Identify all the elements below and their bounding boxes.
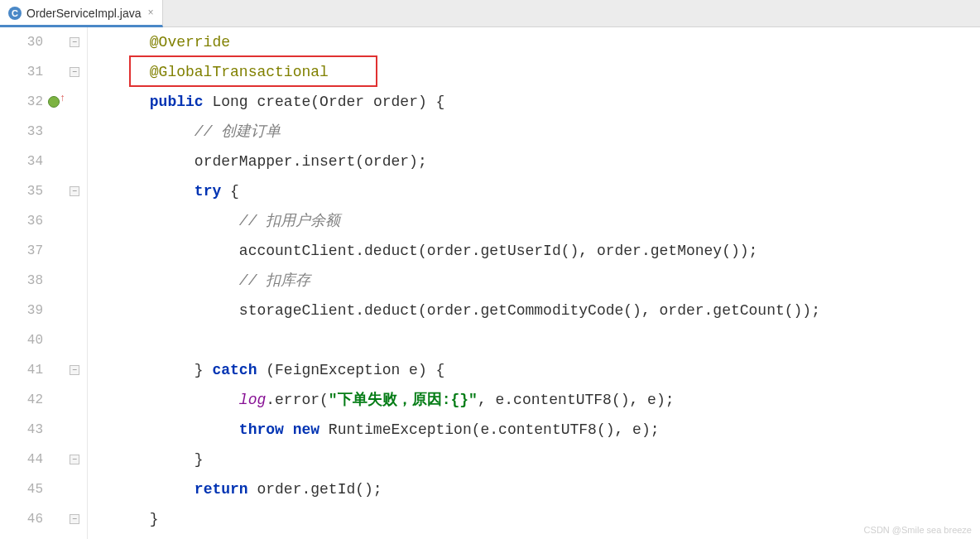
code-content[interactable]: @Override @GlobalTransactional public Lo… [88,27,980,539]
code-line: try { [96,176,980,206]
line-number: 44 [0,445,43,474]
comment: // 扣用户余额 [239,213,340,229]
brace: } [195,451,204,468]
annotation: @GlobalTransactional [150,64,329,80]
fold-toggle[interactable]: − [70,514,79,524]
return-expr: order.getId(); [248,481,382,498]
tab-filename: OrderServiceImpl.java [26,7,142,20]
line-number: 45 [0,474,43,504]
catch-clause: (FeignException e) { [257,362,444,378]
code-line: } [96,445,980,474]
code-line: } catch (FeignException e) { [96,355,980,385]
brace: } [195,362,213,378]
param-name: order [373,94,418,110]
code-editor[interactable]: 30 31 32 33 34 35 36 37 38 39 40 41 42 4… [0,27,980,539]
line-number: 41 [0,355,43,385]
method-name: create [257,94,310,110]
code-line: } [96,534,980,539]
keyword: catch [212,362,257,378]
constructor-call: RuntimeException(e.contentUTF8(), e); [319,421,659,438]
line-number: 33 [0,117,43,147]
log-ref: log [239,392,266,408]
return-type: Long [212,94,247,110]
keyword: throw [239,421,284,438]
line-number: 37 [0,236,43,266]
line-number: 34 [0,147,43,176]
code-line: accountClient.deduct(order.getUserId(), … [96,236,980,266]
override-indicator-icon[interactable] [48,96,60,108]
code-line: orderMapper.insert(order); [96,147,980,176]
code-line: @Override [96,27,980,57]
fold-toggle[interactable]: − [70,365,79,375]
code-line: log.error("下单失败，原因:{}", e.contentUTF8(),… [96,385,980,415]
line-number: 30 [0,27,43,57]
code-line: public Long create(Order order) { [96,87,980,117]
tab-close-icon[interactable]: × [148,7,154,19]
keyword: try [195,183,221,200]
line-number: 35 [0,176,43,206]
line-number: 36 [0,206,43,236]
method-call: .deduct(order.getCommodityCode(), order.… [355,302,820,319]
code-line: } [96,504,980,534]
param-type: Order [319,94,364,110]
line-number: 42 [0,385,43,415]
code-line: throw new RuntimeException(e.contentUTF8… [96,415,980,445]
line-number: 39 [0,296,43,325]
line-number-gutter: 30 31 32 33 34 35 36 37 38 39 40 41 42 4… [0,27,48,539]
code-line: return order.getId(); [96,474,980,504]
code-line: // 创建订单 [96,117,980,147]
code-line: // 扣用户余额 [96,206,980,236]
fold-column: − − − − − − [65,27,88,539]
line-number: 47 [0,534,43,539]
gutter-indicators: ↑ [48,27,65,539]
line-number: 38 [0,266,43,296]
line-number: 40 [0,325,43,355]
code-line: @GlobalTransactional [96,57,980,87]
field-ref: orderMapper [195,153,293,170]
line-number: 32 [0,87,43,117]
fold-toggle[interactable]: − [70,37,79,47]
keyword: new [293,421,319,438]
code-line: // 扣库存 [96,266,980,296]
tab-active[interactable]: C OrderServiceImpl.java × [0,0,163,27]
method-call: .insert(order); [293,153,427,170]
field-ref: accountClient [239,243,355,259]
line-number: 43 [0,415,43,445]
line-number: 46 [0,504,43,534]
line-number: 31 [0,57,43,87]
method-call: .deduct(order.getUserId(), order.getMone… [355,243,757,259]
method-call: .error( [266,392,329,408]
string-literal: "下单失败，原因:{}" [329,392,478,408]
brace: } [150,511,159,527]
keyword: public [150,94,204,110]
comment: // 创建订单 [195,123,281,140]
watermark: CSDN @Smile sea breeze [864,525,972,535]
brace: ) { [418,94,444,110]
code-line: storageClient.deduct(order.getCommodityC… [96,296,980,325]
code-line [96,325,980,355]
fold-toggle[interactable]: − [70,67,79,77]
tab-bar: C OrderServiceImpl.java × [0,0,980,27]
annotation: @Override [150,34,230,51]
comment: // 扣库存 [239,272,310,289]
fold-toggle[interactable]: − [70,455,79,464]
brace: { [221,183,239,200]
java-class-icon: C [8,7,22,20]
args: , e.contentUTF8(), e); [478,392,675,408]
keyword: return [195,481,248,498]
fold-toggle[interactable]: − [70,186,79,196]
field-ref: storageClient [239,302,355,319]
